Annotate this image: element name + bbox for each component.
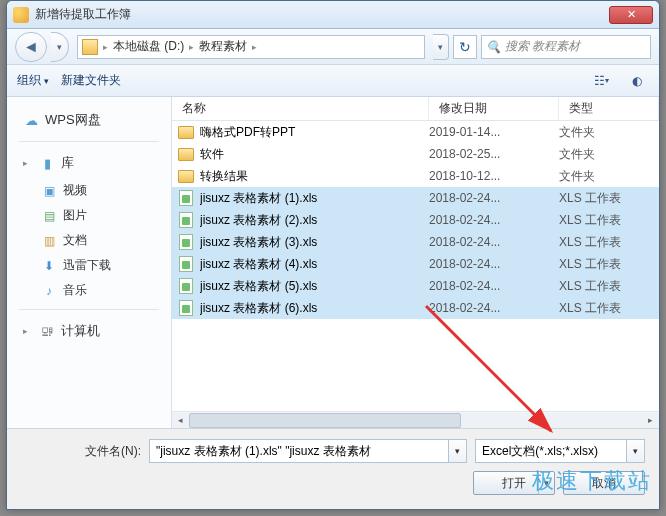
drive-icon: [82, 39, 98, 55]
back-button[interactable]: ◄: [15, 32, 47, 62]
folder-icon: [178, 124, 194, 140]
separator-icon: ▸: [100, 42, 111, 52]
sidebar-computer[interactable]: ▸ 🖳 计算机: [7, 316, 171, 346]
file-date: 2018-02-24...: [429, 279, 559, 293]
scroll-track[interactable]: [189, 413, 642, 428]
file-name: jisuxz 表格素材 (4).xls: [200, 256, 429, 273]
file-type: XLS 工作表: [559, 190, 659, 207]
view-mode-button[interactable]: ☷ ▾: [589, 70, 613, 92]
file-row[interactable]: jisuxz 表格素材 (6).xls2018-02-24...XLS 工作表: [172, 297, 659, 319]
file-date: 2018-02-25...: [429, 147, 559, 161]
xls-icon: [178, 234, 194, 250]
cloud-icon: ☁: [23, 112, 39, 128]
music-icon: ♪: [41, 283, 57, 299]
chevron-down-icon[interactable]: ▾: [448, 440, 466, 462]
chevron-down-icon: ▾: [44, 76, 49, 86]
separator-icon: ▸: [186, 42, 197, 52]
library-icon: ▮: [39, 155, 55, 171]
horizontal-scrollbar[interactable]: ◂ ▸: [172, 411, 659, 428]
breadcrumb-folder[interactable]: 教程素材: [197, 38, 249, 55]
download-icon: ⬇: [41, 258, 57, 274]
scroll-right-button[interactable]: ▸: [642, 413, 659, 428]
file-date: 2018-02-24...: [429, 235, 559, 249]
file-row[interactable]: jisuxz 表格素材 (4).xls2018-02-24...XLS 工作表: [172, 253, 659, 275]
sidebar-wps[interactable]: ☁ WPS网盘: [7, 105, 171, 135]
file-date: 2018-02-24...: [429, 191, 559, 205]
new-folder-button[interactable]: 新建文件夹: [61, 72, 121, 89]
file-name: 软件: [200, 146, 429, 163]
file-type: 文件夹: [559, 168, 659, 185]
computer-icon: 🖳: [39, 323, 55, 339]
file-date: 2019-01-14...: [429, 125, 559, 139]
file-row[interactable]: 转换结果2018-10-12...文件夹: [172, 165, 659, 187]
file-row[interactable]: jisuxz 表格素材 (5).xls2018-02-24...XLS 工作表: [172, 275, 659, 297]
file-row[interactable]: jisuxz 表格素材 (2).xls2018-02-24...XLS 工作表: [172, 209, 659, 231]
separator-icon: ▸: [249, 42, 260, 52]
cancel-button[interactable]: 取消: [563, 471, 645, 495]
close-button[interactable]: ✕: [609, 6, 653, 24]
file-name: jisuxz 表格素材 (2).xls: [200, 212, 429, 229]
search-placeholder: 搜索 教程素材: [505, 38, 580, 55]
file-row[interactable]: jisuxz 表格素材 (3).xls2018-02-24...XLS 工作表: [172, 231, 659, 253]
file-type: 文件夹: [559, 146, 659, 163]
app-icon: [13, 7, 29, 23]
chevron-down-icon[interactable]: ▾: [626, 440, 644, 462]
sidebar-item-xunlei[interactable]: ⬇迅雷下载: [7, 253, 171, 278]
file-date: 2018-02-24...: [429, 213, 559, 227]
file-name: jisuxz 表格素材 (3).xls: [200, 234, 429, 251]
nav-row: ◄ ▾ ▸ 本地磁盘 (D:) ▸ 教程素材 ▸ ▾ ↻ 🔍 搜索 教程素材: [7, 29, 659, 65]
toolbar: 组织 ▾ 新建文件夹 ☷ ▾ ◐: [7, 65, 659, 97]
file-dialog: 新增待提取工作簿 ✕ ◄ ▾ ▸ 本地磁盘 (D:) ▸ 教程素材 ▸ ▾ ↻ …: [6, 0, 660, 510]
breadcrumb-dropdown[interactable]: ▾: [433, 34, 449, 60]
open-dropdown[interactable]: ▾: [538, 472, 554, 494]
file-name: 转换结果: [200, 168, 429, 185]
sidebar-item-video[interactable]: ▣视频: [7, 178, 171, 203]
file-date: 2018-10-12...: [429, 169, 559, 183]
file-row[interactable]: 软件2018-02-25...文件夹: [172, 143, 659, 165]
sidebar: ☁ WPS网盘 ▸ ▮ 库 ▣视频 ▤图片 ▥文档 ⬇迅雷下载 ♪音乐 ▸ 🖳 …: [7, 97, 172, 428]
filetype-filter[interactable]: Excel文档(*.xls;*.xlsx) ▾: [475, 439, 645, 463]
arrow-left-icon: ◄: [23, 38, 39, 56]
refresh-button[interactable]: ↻: [453, 35, 477, 59]
breadcrumb-drive[interactable]: 本地磁盘 (D:): [111, 38, 186, 55]
file-list[interactable]: 嗨格式PDF转PPT2019-01-14...文件夹软件2018-02-25..…: [172, 121, 659, 411]
scroll-left-button[interactable]: ◂: [172, 413, 189, 428]
scroll-thumb[interactable]: [189, 413, 461, 428]
file-row[interactable]: jisuxz 表格素材 (1).xls2018-02-24...XLS 工作表: [172, 187, 659, 209]
back-history-dropdown[interactable]: ▾: [51, 32, 69, 62]
titlebar: 新增待提取工作簿 ✕: [7, 1, 659, 29]
file-date: 2018-02-24...: [429, 301, 559, 315]
sidebar-item-documents[interactable]: ▥文档: [7, 228, 171, 253]
file-name: jisuxz 表格素材 (6).xls: [200, 300, 429, 317]
dialog-footer: 文件名(N): "jisuxz 表格素材 (1).xls" "jisuxz 表格…: [7, 428, 659, 509]
sidebar-item-pictures[interactable]: ▤图片: [7, 203, 171, 228]
filename-input[interactable]: "jisuxz 表格素材 (1).xls" "jisuxz 表格素材 ▾: [149, 439, 467, 463]
file-type: XLS 工作表: [559, 300, 659, 317]
file-area: 名称 修改日期 类型 嗨格式PDF转PPT2019-01-14...文件夹软件2…: [172, 97, 659, 428]
xls-icon: [178, 190, 194, 206]
xls-icon: [178, 300, 194, 316]
column-name[interactable]: 名称: [172, 97, 429, 120]
file-type: XLS 工作表: [559, 278, 659, 295]
column-date[interactable]: 修改日期: [429, 97, 559, 120]
file-type: 文件夹: [559, 124, 659, 141]
documents-icon: ▥: [41, 233, 57, 249]
column-type[interactable]: 类型: [559, 97, 659, 120]
column-headers: 名称 修改日期 类型: [172, 97, 659, 121]
xls-icon: [178, 256, 194, 272]
folder-icon: [178, 146, 194, 162]
breadcrumb[interactable]: ▸ 本地磁盘 (D:) ▸ 教程素材 ▸: [77, 35, 425, 59]
file-row[interactable]: 嗨格式PDF转PPT2019-01-14...文件夹: [172, 121, 659, 143]
search-input[interactable]: 🔍 搜索 教程素材: [481, 35, 651, 59]
file-name: 嗨格式PDF转PPT: [200, 124, 429, 141]
open-button[interactable]: 打开 ▾: [473, 471, 555, 495]
file-type: XLS 工作表: [559, 234, 659, 251]
help-button[interactable]: ◐: [625, 70, 649, 92]
xls-icon: [178, 278, 194, 294]
xls-icon: [178, 212, 194, 228]
organize-menu[interactable]: 组织 ▾: [17, 72, 49, 89]
file-type: XLS 工作表: [559, 256, 659, 273]
sidebar-item-music[interactable]: ♪音乐: [7, 278, 171, 303]
sidebar-library[interactable]: ▸ ▮ 库: [7, 148, 171, 178]
file-name: jisuxz 表格素材 (5).xls: [200, 278, 429, 295]
